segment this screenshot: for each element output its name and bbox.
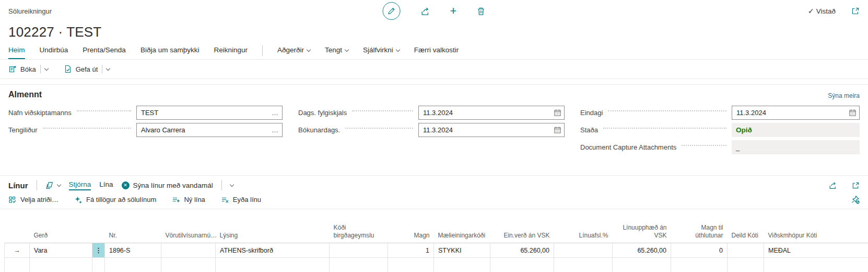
row-options-cell[interactable]: ⋮ <box>92 243 105 258</box>
dotted-leader <box>345 128 413 129</box>
share-button[interactable] <box>420 6 430 16</box>
more-options-icon: ⋮ <box>95 247 102 254</box>
delete-button[interactable] <box>476 7 485 16</box>
empty-cell[interactable] <box>728 258 764 272</box>
calendar-icon[interactable] <box>849 109 857 117</box>
empty-cell[interactable] <box>92 258 105 272</box>
column-header-linuupphaed-an-vsk[interactable]: Línuupphæð án VSK <box>613 223 671 243</box>
column-header-gerd[interactable]: Gerð <box>30 223 92 243</box>
empty-cell[interactable] <box>105 258 161 272</box>
chevron-down-icon[interactable] <box>44 66 48 71</box>
pages-icon <box>45 181 54 190</box>
column-header-vorutilvisun[interactable]: Vörutilvísunarnú… <box>161 223 216 243</box>
empty-cell[interactable] <box>671 258 728 272</box>
lines-problem-filter[interactable]: ✕ Sýna línur með vandamál <box>122 182 213 189</box>
column-header-vidskmhopur-koti[interactable]: Viðskmhópur Kóti <box>764 223 868 243</box>
empty-cell[interactable] <box>388 258 434 272</box>
calendar-icon[interactable] <box>554 109 561 117</box>
contact-label: Tengiliður <box>8 126 38 134</box>
column-header-einverd-an-vsk[interactable]: Ein.verð án VSK <box>490 223 554 243</box>
post-button[interactable]: Bóka <box>8 65 36 73</box>
empty-cell[interactable] <box>764 258 868 272</box>
menu-item-bidja-um-sampykki[interactable]: Biðja um samþykki <box>140 46 200 59</box>
menu-item-prenta-senda[interactable]: Prenta/Senda <box>83 46 126 59</box>
cell-deild-koti[interactable] <box>728 243 764 258</box>
menu-item-sjalfvirkni[interactable]: Sjálfvirkni <box>363 46 400 59</box>
menu-item-adgerdir[interactable]: Aðgerðir <box>277 46 310 59</box>
suggest-sales-lines-button[interactable]: Fá tillögur að sölulínum <box>74 196 156 204</box>
cell-nr[interactable]: 1896-S <box>105 243 161 258</box>
cell-gerd[interactable]: Vara <box>30 243 92 258</box>
cell-vorutilvisun[interactable] <box>161 243 216 258</box>
posting-date-input[interactable] <box>423 126 550 134</box>
open-lines-popout-button[interactable] <box>852 182 860 189</box>
lines-tab-lina[interactable]: Lína <box>99 180 113 190</box>
row-selector-cell[interactable]: → <box>5 243 30 258</box>
column-header-magn[interactable]: Magn <box>388 223 434 243</box>
new-button[interactable]: + <box>450 5 457 17</box>
chevron-down-icon[interactable] <box>229 183 233 187</box>
empty-cell[interactable] <box>434 258 490 272</box>
contact-input[interactable] <box>141 126 268 134</box>
empty-cell[interactable] <box>330 258 388 272</box>
cell-magn-til-uthlutunar[interactable]: 0 <box>671 243 728 258</box>
view-switcher-button[interactable] <box>45 181 61 190</box>
cell-einverd-an-vsk[interactable]: 65.260,00 <box>490 243 554 258</box>
column-header-kodi-birgdageymslu[interactable]: Kóði birgðageymslu <box>330 223 388 243</box>
empty-cell[interactable] <box>613 258 671 272</box>
posting-date-field-row: Bókunardags. <box>298 123 565 137</box>
column-header-linuafsl[interactable]: Línuafsl.% <box>554 223 613 243</box>
assist-edit-icon[interactable]: … <box>272 109 279 117</box>
cell-kodi-birgdageymslu[interactable] <box>330 243 388 258</box>
menu-item-undirbua[interactable]: Undirbúa <box>40 46 68 59</box>
cell-vidskmhopur-koti[interactable]: MEÐAL <box>764 243 868 258</box>
popout-button[interactable] <box>851 7 860 15</box>
cell-lysing[interactable]: ATHENS-skrifborð <box>216 243 330 258</box>
empty-cell[interactable] <box>554 258 613 272</box>
cell-linuupphaed-an-vsk[interactable]: 65.260,00 <box>613 243 671 258</box>
edit-button[interactable] <box>383 2 401 20</box>
row-selector-cell[interactable] <box>5 258 30 272</box>
choose-items-button[interactable]: Velja atriði… <box>8 196 58 204</box>
unpin-toolbar-button[interactable] <box>851 195 860 204</box>
general-section-title: Almennt <box>8 90 42 99</box>
assist-edit-icon[interactable]: … <box>272 126 279 134</box>
empty-cell[interactable] <box>216 258 330 272</box>
attachments-value[interactable]: _ <box>736 143 740 151</box>
menu-item-faerri-valkostir[interactable]: Færri valkostir <box>414 46 459 59</box>
customer-name-input[interactable] <box>141 109 268 117</box>
menu-item-heim[interactable]: Heim <box>8 46 25 59</box>
due-date-label: Eindagi <box>580 109 603 117</box>
saved-indicator: ✓ Vistað <box>808 7 836 15</box>
choose-items-label: Velja atriði… <box>20 196 58 203</box>
cell-linuafsl[interactable] <box>554 243 613 258</box>
document-date-input[interactable] <box>423 109 550 117</box>
release-button[interactable]: Gefa út <box>64 65 98 73</box>
empty-cell[interactable] <box>161 258 216 272</box>
due-date-input[interactable] <box>736 109 846 117</box>
column-header-lysing[interactable]: Lýsing <box>216 223 330 243</box>
cell-magn[interactable]: 1 <box>388 243 434 258</box>
chevron-down-icon[interactable] <box>106 66 110 71</box>
cell-maelieiningarkodi[interactable]: STYKKI <box>434 243 490 258</box>
column-header-nr[interactable]: Nr. <box>105 223 161 243</box>
lines-tab-stjorna[interactable]: Stjórna <box>69 180 91 190</box>
general-col-1: Nafn viðskiptamanns … Tengiliður … <box>8 106 283 140</box>
column-header-magn-til-uthlutunar[interactable]: Magn til úthlutunar <box>671 223 728 243</box>
remove-filter-icon[interactable]: ✕ <box>122 182 130 189</box>
empty-cell[interactable] <box>30 258 92 272</box>
column-header-deild-koti[interactable]: Deild Kóti <box>728 223 764 243</box>
delete-line-button[interactable]: Eyða línu <box>221 196 261 204</box>
menu-item-tengt[interactable]: Tengt <box>325 46 348 59</box>
empty-cell[interactable] <box>490 258 554 272</box>
share-lines-button[interactable] <box>828 181 837 190</box>
calendar-icon[interactable] <box>554 126 561 134</box>
dotted-leader <box>603 128 726 129</box>
dotted-leader <box>352 110 413 111</box>
new-line-button[interactable]: Ný lína <box>172 196 205 204</box>
show-more-link[interactable]: Sýna meira <box>828 92 860 99</box>
menu-item-reikningur[interactable]: Reikningur <box>214 46 248 59</box>
row-selector-header <box>5 223 30 243</box>
column-header-maelieiningarkodi[interactable]: Mælieiningarkóði <box>434 223 490 243</box>
document-date-label: Dags. fylgiskjals <box>298 109 347 117</box>
